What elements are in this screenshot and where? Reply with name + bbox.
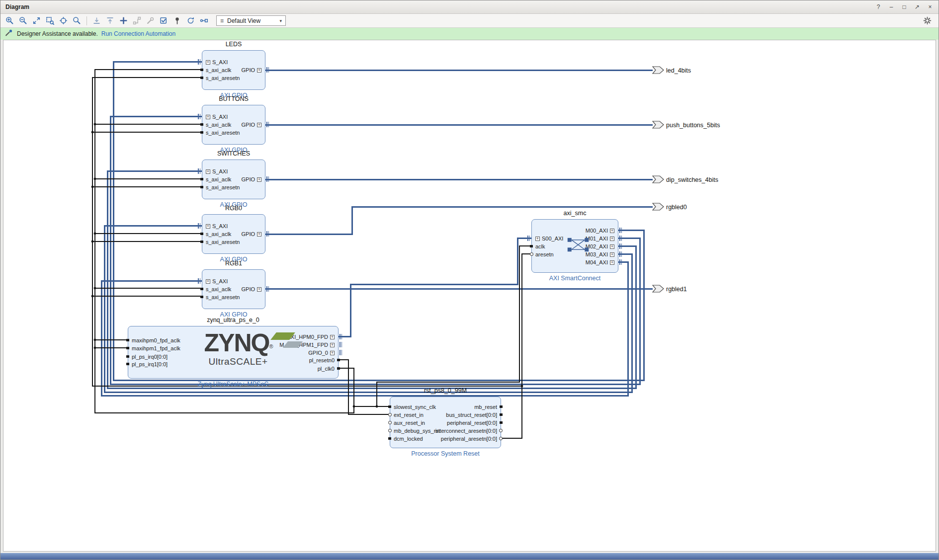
expand-port-icon[interactable]: + — [206, 60, 210, 65]
block-RGB0[interactable]: +S_AXIs_axi_aclks_axi_aresetnGPIO+ — [202, 214, 265, 254]
port-pl_clk0[interactable]: pl_clk0 — [318, 365, 335, 372]
port-pl_ps_irq1[0:0][interactable]: pl_ps_irq1[0:0] — [132, 361, 168, 368]
port-s_axi_aresetn[interactable]: s_axi_aresetn — [206, 294, 240, 301]
port-label: GPIO — [241, 176, 255, 183]
port-s_axi_aresetn[interactable]: s_axi_aresetn — [206, 239, 240, 245]
port-M04_AXI[interactable]: M04_AXI+ — [586, 259, 614, 266]
diagram-canvas[interactable]: led_4bitspush_buttons_5bitsdip_switches_… — [3, 40, 936, 552]
expand-port-icon[interactable]: + — [257, 232, 261, 237]
port-s_axi_aclk[interactable]: s_axi_aclk — [206, 231, 231, 238]
port-bus_struct_reset[0:0][interactable]: bus_struct_reset[0:0] — [446, 411, 497, 418]
maximize-button[interactable]: □ — [901, 3, 908, 10]
port-S_AXI[interactable]: +S_AXI — [206, 168, 228, 175]
make-connection-icon[interactable] — [131, 15, 143, 26]
interface-connections-icon[interactable] — [198, 15, 210, 26]
regenerate-layout-icon[interactable] — [184, 15, 197, 26]
expand-port-icon[interactable]: + — [206, 115, 210, 119]
close-button[interactable]: × — [927, 3, 934, 10]
port-slowest_sync_clk[interactable]: slowest_sync_clk — [394, 403, 436, 410]
expand-port-icon[interactable]: + — [257, 177, 261, 182]
port-GPIO[interactable]: GPIO+ — [241, 67, 261, 74]
port-ext_reset_in[interactable]: ext_reset_in — [394, 411, 424, 418]
port-pl_ps_irq0[0:0][interactable]: pl_ps_irq0[0:0] — [132, 353, 168, 360]
block-LEDS[interactable]: +S_AXIs_axi_aclks_axi_aresetnGPIO+ — [202, 50, 265, 90]
port-S_AXI[interactable]: +S_AXI — [206, 113, 228, 120]
port-s_axi_aclk[interactable]: s_axi_aclk — [206, 121, 231, 128]
expand-port-icon[interactable]: + — [257, 68, 261, 73]
help-button[interactable]: ? — [875, 3, 882, 10]
align-top-icon[interactable] — [104, 15, 116, 26]
expand-port-icon[interactable]: + — [257, 123, 261, 127]
block-BUTTONS[interactable]: +S_AXIs_axi_aclks_axi_aresetnGPIO+ — [202, 105, 265, 145]
port-mb_debug_sys_rst[interactable]: mb_debug_sys_rst — [394, 427, 440, 434]
run-connection-automation-link[interactable]: Run Connection Automation — [101, 30, 175, 37]
zoom-in-icon[interactable] — [3, 15, 16, 26]
block-zynq_ultra_ps_e_0[interactable]: maxihpm0_fpd_aclkmaxihpm1_fpd_aclkpl_ps_… — [128, 326, 339, 379]
port-aclk[interactable]: aclk — [535, 243, 545, 250]
port-dcm_locked[interactable]: dcm_locked — [394, 435, 423, 442]
port-M00_AXI[interactable]: M00_AXI+ — [586, 227, 614, 234]
block-SWITCHES[interactable]: +S_AXIs_axi_aclks_axi_aresetnGPIO+ — [202, 160, 265, 199]
add-ip-icon[interactable] — [117, 15, 130, 26]
port-s_axi_aclk[interactable]: s_axi_aclk — [206, 67, 231, 74]
port-M01_AXI[interactable]: M01_AXI+ — [586, 235, 614, 242]
port-hatch — [340, 342, 342, 347]
float-button[interactable]: ↗ — [914, 3, 921, 10]
expand-port-icon[interactable]: + — [330, 335, 335, 339]
search-icon[interactable] — [71, 15, 83, 26]
port-pl_resetn0[interactable]: pl_resetn0 — [309, 357, 335, 364]
port-S_AXI[interactable]: +S_AXI — [206, 223, 228, 230]
expand-port-icon[interactable]: + — [206, 224, 210, 229]
port-aresetn[interactable]: aresetn — [535, 251, 554, 258]
expand-port-icon[interactable]: + — [610, 229, 614, 233]
validate-design-icon[interactable] — [158, 15, 170, 26]
expand-port-icon[interactable]: + — [610, 260, 614, 265]
port-maxihpm1_fpd_aclk[interactable]: maxihpm1_fpd_aclk — [132, 345, 180, 352]
pin-icon[interactable] — [171, 15, 183, 26]
expand-port-icon[interactable]: + — [610, 252, 614, 257]
port-aux_reset_in[interactable]: aux_reset_in — [394, 419, 425, 426]
port-s_axi_aclk[interactable]: s_axi_aclk — [206, 286, 231, 293]
port-interconnect_aresetn[0:0][interactable]: interconnect_aresetn[0:0] — [435, 427, 497, 434]
zoom-selection-icon[interactable] — [44, 15, 56, 26]
titlebar[interactable]: Diagram ?–□↗× — [0, 0, 939, 14]
port-GPIO[interactable]: GPIO+ — [241, 176, 261, 183]
block-RGB1[interactable]: +S_AXIs_axi_aclks_axi_aresetnGPIO+ — [202, 269, 265, 309]
port-M02_AXI[interactable]: M02_AXI+ — [586, 243, 614, 250]
expand-port-icon[interactable]: + — [330, 351, 335, 355]
port-maxihpm0_fpd_aclk[interactable]: maxihpm0_fpd_aclk — [132, 337, 180, 344]
expand-port-icon[interactable]: + — [610, 244, 614, 249]
expand-port-icon[interactable]: + — [206, 169, 210, 174]
expand-port-icon[interactable]: + — [535, 237, 540, 241]
align-bottom-icon[interactable] — [90, 15, 103, 26]
zoom-fit-icon[interactable] — [30, 15, 43, 26]
fit-selection-icon[interactable] — [57, 15, 70, 26]
expand-port-icon[interactable]: + — [610, 237, 614, 241]
expand-port-icon[interactable]: + — [257, 287, 261, 292]
port-GPIO[interactable]: GPIO+ — [241, 231, 261, 238]
port-GPIO_0[interactable]: GPIO_0+ — [308, 349, 335, 356]
block-rst_ps8_0_99M[interactable]: slowest_sync_clkext_reset_inaux_reset_in… — [390, 397, 501, 448]
minimize-button[interactable]: – — [888, 3, 895, 10]
port-peripheral_aresetn[0:0][interactable]: peripheral_aresetn[0:0] — [441, 435, 497, 442]
port-S_AXI[interactable]: +S_AXI — [206, 59, 228, 66]
port-mb_reset[interactable]: mb_reset — [474, 403, 497, 410]
port-M03_AXI[interactable]: M03_AXI+ — [586, 251, 614, 258]
port-GPIO[interactable]: GPIO+ — [241, 121, 261, 128]
settings-gear-icon[interactable] — [921, 15, 934, 26]
port-GPIO[interactable]: GPIO+ — [241, 286, 261, 293]
port-S_AXI[interactable]: +S_AXI — [206, 278, 228, 285]
customize-block-icon[interactable] — [144, 15, 157, 26]
port-label: GPIO — [241, 67, 255, 74]
port-s_axi_aresetn[interactable]: s_axi_aresetn — [206, 129, 240, 136]
zoom-out-icon[interactable] — [17, 15, 29, 26]
view-selector[interactable]: ≡ Default View ▾ — [216, 15, 286, 26]
port-s_axi_aresetn[interactable]: s_axi_aresetn — [206, 184, 240, 191]
port-S00_AXI[interactable]: +S00_AXI — [535, 235, 563, 242]
port-s_axi_aclk[interactable]: s_axi_aclk — [206, 176, 231, 183]
expand-port-icon[interactable]: + — [206, 279, 210, 284]
block-axi_smc[interactable]: +S00_AXIaclkaresetnM00_AXI+M01_AXI+M02_A… — [531, 219, 618, 273]
port-s_axi_aresetn[interactable]: s_axi_aresetn — [206, 75, 240, 81]
expand-port-icon[interactable]: + — [330, 343, 335, 347]
port-peripheral_reset[0:0][interactable]: peripheral_reset[0:0] — [447, 419, 497, 426]
